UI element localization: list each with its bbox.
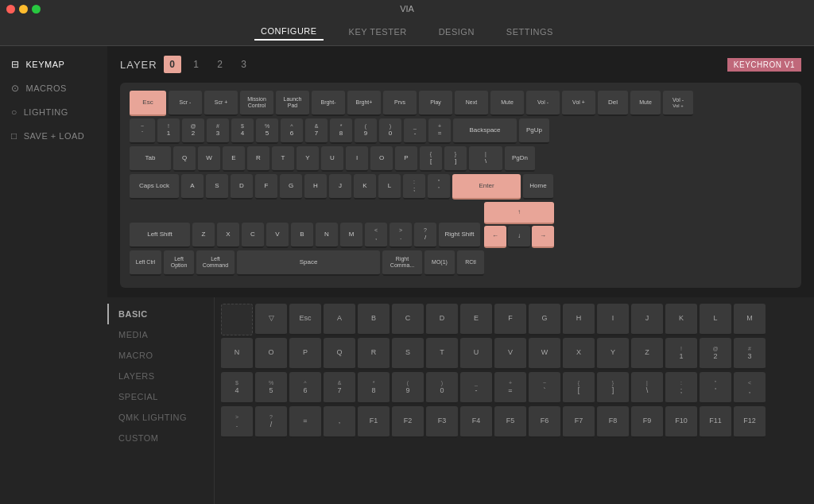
key-i[interactable]: I <box>346 146 368 172</box>
picker-key-f[interactable]: F <box>494 304 526 335</box>
picker-key-f2[interactable]: F2 <box>392 406 424 438</box>
category-custom[interactable]: CUSTOM <box>107 428 214 448</box>
key-quote[interactable]: "' <box>428 174 450 200</box>
picker-key-lcurly-lbracket[interactable]: {[ <box>563 372 595 404</box>
key-home[interactable]: Home <box>523 174 553 200</box>
picker-key-r[interactable]: R <box>358 338 390 370</box>
picker-key-f12[interactable]: F12 <box>734 406 766 438</box>
key-9[interactable]: (9 <box>355 118 377 144</box>
maximize-button[interactable] <box>32 5 41 14</box>
key-c[interactable]: C <box>242 223 264 248</box>
key-pgdn[interactable]: PgDn <box>505 146 535 172</box>
key-w[interactable]: W <box>198 146 220 172</box>
key-brght-minus[interactable]: Brght- <box>312 91 345 116</box>
key-left-option[interactable]: LeftOption <box>164 250 194 276</box>
picker-key-p[interactable]: P <box>289 338 321 370</box>
key-backspace[interactable]: Backspace <box>453 118 517 144</box>
key-left-command[interactable]: LeftCommand <box>196 250 235 276</box>
key-equals[interactable]: += <box>428 118 451 144</box>
key-p[interactable]: P <box>395 146 417 172</box>
picker-key-h[interactable]: H <box>563 304 595 335</box>
key-4[interactable]: $4 <box>231 118 254 144</box>
picker-key-b[interactable]: B <box>358 304 390 335</box>
key-n[interactable]: N <box>316 223 338 248</box>
key-a[interactable]: A <box>181 174 204 200</box>
picker-key-dollar-4[interactable]: $4 <box>221 372 253 404</box>
key-mission-control[interactable]: MissionControl <box>240 91 273 116</box>
picker-key-d[interactable]: D <box>426 304 458 335</box>
picker-key-c[interactable]: C <box>392 304 424 335</box>
key-d[interactable]: D <box>231 174 253 200</box>
key-5[interactable]: %5 <box>256 118 278 144</box>
picker-key-question-slash[interactable]: ?/ <box>255 406 287 438</box>
picker-key-f9[interactable]: F9 <box>631 406 663 438</box>
picker-key-comma[interactable]: , <box>324 406 355 438</box>
sidebar-item-lighting[interactable]: ○ LIGHTING <box>0 100 107 124</box>
picker-key-z[interactable]: Z <box>631 338 663 370</box>
layer-2-button[interactable]: 2 <box>211 56 229 73</box>
picker-key-f11[interactable]: F11 <box>700 406 731 438</box>
key-right-command[interactable]: RightComma... <box>382 250 422 276</box>
picker-key-k[interactable]: K <box>665 304 697 335</box>
picker-key-eq[interactable]: = <box>289 406 321 438</box>
key-play[interactable]: Play <box>419 91 452 116</box>
key-rctl[interactable]: RCtl <box>457 250 484 276</box>
key-0[interactable]: )0 <box>379 118 401 144</box>
key-t[interactable]: T <box>272 146 294 172</box>
picker-key-lparen-9[interactable]: (9 <box>392 372 424 404</box>
picker-key-pipe-backslash[interactable]: |\ <box>631 372 663 404</box>
key-vol-minus[interactable]: Vol - <box>526 91 560 116</box>
picker-key-f3[interactable]: F3 <box>426 406 458 438</box>
picker-key-f4[interactable]: F4 <box>460 406 492 438</box>
key-x[interactable]: X <box>217 223 239 248</box>
key-mo1[interactable]: MO(1) <box>424 250 455 276</box>
key-g[interactable]: G <box>280 174 302 200</box>
key-l[interactable]: L <box>378 174 401 200</box>
key-tab[interactable]: Tab <box>130 146 171 172</box>
nav-configure[interactable]: CONFIGURE <box>254 23 324 41</box>
picker-key-u[interactable]: U <box>460 338 492 370</box>
nav-design[interactable]: DESIGN <box>432 24 481 40</box>
key-mute[interactable]: Mute <box>490 91 524 116</box>
layer-3-button[interactable]: 3 <box>235 56 253 73</box>
picker-key-f5[interactable]: F5 <box>494 406 526 438</box>
key-2[interactable]: @2 <box>182 118 204 144</box>
picker-key-excl-1[interactable]: !1 <box>665 338 697 370</box>
category-basic[interactable]: BASIC <box>107 304 214 324</box>
key-arrow-down[interactable]: ↓ <box>508 226 530 248</box>
picker-key-at-2[interactable]: @2 <box>700 338 731 370</box>
key-del[interactable]: Del <box>598 91 628 116</box>
key-mute-2[interactable]: Mute <box>630 91 661 116</box>
category-qmk-lighting[interactable]: QMK LIGHTING <box>107 407 214 428</box>
picker-key-e[interactable]: E <box>460 304 492 335</box>
picker-key-rparen-0[interactable]: )0 <box>426 372 458 404</box>
nav-key-tester[interactable]: KEY TESTER <box>343 24 413 40</box>
key-comma[interactable]: <, <box>365 223 387 248</box>
category-media[interactable]: MEDIA <box>107 324 214 345</box>
key-lbracket[interactable]: {[ <box>420 146 442 172</box>
picker-key-tilde-grave[interactable]: ~` <box>529 372 560 404</box>
key-arrow-up[interactable]: ↑ <box>484 202 554 224</box>
picker-key-pct-5[interactable]: %5 <box>255 372 287 404</box>
key-o[interactable]: O <box>370 146 393 172</box>
picker-key-f1[interactable]: F1 <box>358 406 390 438</box>
key-launch-pad[interactable]: LaunchPad <box>276 91 309 116</box>
picker-key-a[interactable]: A <box>324 304 355 335</box>
key-z[interactable]: Z <box>192 223 215 248</box>
key-j[interactable]: J <box>329 174 351 200</box>
key-period[interactable]: >. <box>390 223 412 248</box>
key-b[interactable]: B <box>291 223 313 248</box>
picker-key-plus-eq[interactable]: += <box>494 372 526 404</box>
picker-key-y[interactable]: Y <box>597 338 629 370</box>
category-special[interactable]: SPECIAL <box>107 386 214 407</box>
key-left-shift[interactable]: Left Shift <box>130 223 190 248</box>
key-s[interactable]: S <box>206 174 228 200</box>
key-semicolon[interactable]: :; <box>403 174 425 200</box>
key-tilde[interactable]: ~` <box>130 118 155 144</box>
key-pgup[interactable]: PgUp <box>519 118 549 144</box>
picker-key-i[interactable]: I <box>597 304 629 335</box>
close-button[interactable] <box>6 5 15 14</box>
layer-0-button[interactable]: 0 <box>164 56 181 73</box>
key-minus[interactable]: _- <box>404 118 426 144</box>
picker-key-s[interactable]: S <box>392 338 424 370</box>
